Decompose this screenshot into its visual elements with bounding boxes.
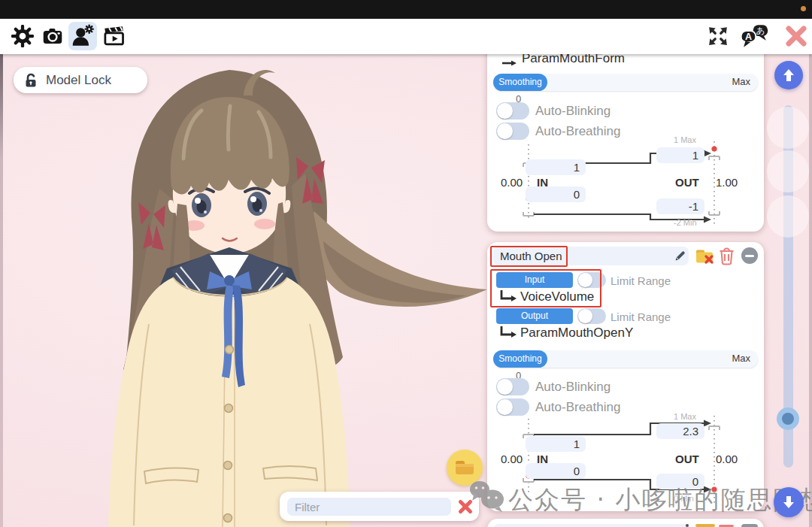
out-bottom-value[interactable]: -1 — [656, 198, 704, 214]
input-limit-range-toggle[interactable] — [577, 272, 606, 288]
smoothing-slider[interactable]: Max Smoothing — [493, 350, 758, 368]
model-settings-button[interactable] — [68, 22, 97, 50]
scrollbar-thumb-inner — [782, 413, 794, 425]
auto-blinking-label: Auto-Blinking — [535, 104, 611, 119]
toggle-knob — [497, 103, 513, 119]
in-top-value[interactable]: 1 — [526, 159, 586, 175]
fullscreen-button[interactable] — [704, 22, 732, 50]
gear-icon — [11, 25, 34, 47]
collapse-minus-button[interactable] — [741, 524, 758, 527]
camera-icon — [41, 26, 64, 47]
main-toolbar: あ A — [0, 19, 812, 54]
graph-out-label: OUT — [675, 453, 699, 465]
model-lock-pill[interactable]: Model Lock — [14, 67, 147, 93]
output-limit-range-label: Limit Range — [611, 310, 671, 323]
output-button[interactable]: Output — [496, 308, 573, 324]
arrow-up-icon — [781, 68, 796, 83]
avatar-gear-icon — [71, 24, 95, 48]
camera-button[interactable] — [38, 22, 67, 50]
filter-input[interactable] — [287, 498, 451, 516]
in-top-value[interactable]: 1 — [526, 436, 586, 452]
clapperboard-icon — [103, 26, 126, 47]
out-top-value[interactable]: 1 — [656, 147, 704, 163]
input-parameter-name: VoiceVolume — [520, 289, 594, 304]
close-button[interactable] — [782, 22, 810, 50]
smoothing-max-label: Max — [732, 76, 750, 87]
side-ghost-button[interactable] — [767, 150, 809, 192]
graph-max-label: 1 Max — [674, 412, 696, 421]
folder-icon — [454, 459, 475, 477]
auto-breathing-toggle[interactable] — [496, 123, 529, 140]
left-window-edge — [0, 19, 3, 527]
fullscreen-icon — [707, 25, 729, 47]
watermark-text: 公众号 · 小哆啦的随思随想 — [508, 483, 812, 517]
close-icon — [784, 24, 808, 48]
arrow-down-icon — [781, 495, 796, 510]
parameter-name-field[interactable] — [493, 524, 689, 527]
auto-blinking-toggle[interactable] — [496, 378, 529, 395]
graph-right-value: 1.00 — [716, 176, 738, 189]
graph-out-label: OUT — [675, 176, 699, 189]
input-button[interactable]: Input — [496, 272, 573, 288]
language-button[interactable]: あ A — [738, 22, 772, 50]
smoothing-max-label: Max — [732, 353, 750, 364]
svg-text:A: A — [745, 32, 752, 42]
toggle-knob — [578, 309, 592, 323]
toggle-knob — [497, 399, 513, 415]
toggle-knob — [497, 379, 513, 395]
in-bottom-value[interactable]: 0 — [526, 186, 586, 202]
graph-left-value: 0.00 — [501, 176, 523, 189]
graph-max-label: 1 Max — [674, 135, 696, 144]
edit-pencil-icon[interactable] — [686, 524, 689, 527]
animation-button[interactable] — [100, 22, 129, 50]
output-parameter-name: ParamMouthOpenY — [520, 326, 633, 341]
unlocked-lock-icon — [23, 72, 39, 89]
elbow-arrow-icon — [499, 326, 517, 340]
filter-bar — [280, 492, 479, 521]
title-bar — [0, 0, 812, 19]
elbow-arrow-icon — [501, 58, 517, 68]
delete-trash-icon[interactable] — [719, 247, 735, 265]
side-ghost-button[interactable] — [767, 107, 809, 149]
auto-blinking-toggle[interactable] — [496, 102, 529, 120]
wechat-icon — [466, 477, 505, 516]
smoothing-handle[interactable]: Smoothing — [493, 350, 547, 368]
parameter-name-field[interactable]: Mouth Open — [493, 247, 689, 265]
status-dot — [801, 6, 806, 11]
remove-folder-icon[interactable] — [695, 524, 715, 527]
model-lock-label: Model Lock — [46, 73, 111, 88]
in-bottom-value[interactable]: 0 — [526, 463, 586, 479]
toggle-knob — [578, 273, 592, 287]
smoothing-handle[interactable]: Smoothing — [493, 74, 547, 91]
out-top-value[interactable]: 2.3 — [656, 423, 704, 439]
auto-breathing-label: Auto-Breathing — [535, 400, 620, 415]
auto-breathing-label: Auto-Breathing — [535, 124, 620, 139]
right-window-edge — [809, 54, 812, 527]
scroll-to-top-button[interactable] — [774, 61, 803, 89]
auto-breathing-toggle[interactable] — [496, 398, 529, 416]
auto-blinking-label: Auto-Blinking — [535, 380, 611, 395]
scroll-to-bottom-button[interactable] — [774, 487, 804, 517]
remove-folder-icon[interactable] — [695, 248, 716, 265]
toggle-knob — [497, 123, 513, 139]
svg-text:あ: あ — [756, 26, 765, 36]
output-limit-range-toggle[interactable] — [577, 308, 606, 324]
graph-right-value: 0.00 — [716, 453, 738, 465]
elbow-arrow-icon — [499, 290, 517, 304]
collapse-minus-button[interactable] — [741, 247, 758, 264]
side-ghost-button[interactable] — [767, 195, 809, 238]
app-window: ParamMouthForm Max Smoothing 0 Auto-Blin… — [0, 0, 812, 527]
edit-pencil-icon[interactable] — [674, 250, 686, 262]
input-limit-range-label: Limit Range — [611, 274, 671, 287]
smoothing-slider[interactable]: Max Smoothing — [493, 74, 758, 91]
graph-min-label: -2 Min — [674, 218, 697, 227]
graph-left-value: 0.00 — [501, 453, 523, 465]
translate-icon: あ A — [740, 24, 770, 48]
live2d-model-anime-girl[interactable] — [75, 53, 496, 527]
settings-button[interactable] — [8, 22, 37, 50]
